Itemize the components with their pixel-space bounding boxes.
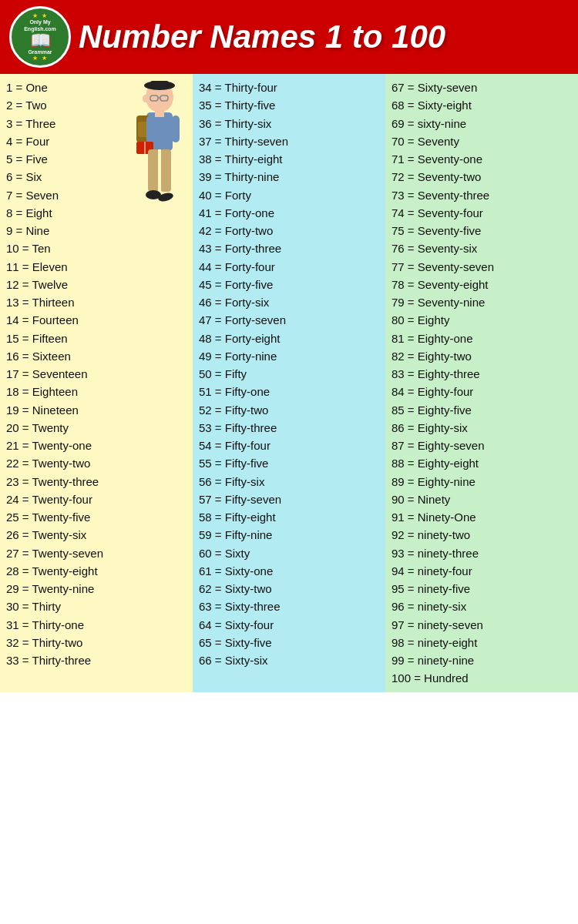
list-item: 93 = ninety-three <box>391 544 572 562</box>
list-item: 19 = Nineteen <box>6 401 187 419</box>
list-item: 37 = Thirty-seven <box>199 132 379 150</box>
svg-rect-10 <box>172 116 180 142</box>
list-item: 35 = Thirty-five <box>199 96 379 114</box>
column-1: 1 = One2 = Two3 = Three4 = Four5 = Five6… <box>0 74 193 692</box>
list-item: 53 = Fifty-three <box>199 419 379 437</box>
list-item: 68 = Sixty-eight <box>391 96 572 114</box>
list-item: 51 = Fifty-one <box>199 383 379 400</box>
list-item: 72 = Seventy-two <box>391 168 572 186</box>
list-item: 42 = Forty-two <box>199 222 379 239</box>
list-item: 80 = Eighty <box>391 311 572 329</box>
list-item: 83 = Eighty-three <box>391 365 572 383</box>
list-item: 76 = Seventy-six <box>391 239 572 257</box>
list-item: 45 = Forty-five <box>199 276 379 293</box>
list-item: 52 = Fifty-two <box>199 401 379 419</box>
list-item: 63 = Sixty-three <box>199 598 379 615</box>
list-item: 54 = Fifty-four <box>199 437 379 454</box>
column-3: 67 = Sixty-seven68 = Sixty-eight69 = six… <box>385 74 578 692</box>
list-item: 24 = Twenty-four <box>6 490 187 508</box>
list-item: 98 = ninety-eight <box>391 634 572 651</box>
list-item: 26 = Twenty-six <box>6 526 187 544</box>
list-item: 65 = Sixty-five <box>199 634 379 651</box>
list-item: 38 = Thirty-eight <box>199 150 379 168</box>
list-item: 46 = Forty-six <box>199 293 379 311</box>
list-item: 71 = Seventy-one <box>391 150 572 168</box>
list-item: 27 = Twenty-seven <box>6 544 187 562</box>
list-item: 14 = Fourteen <box>6 311 187 329</box>
list-item: 74 = Seventy-four <box>391 204 572 222</box>
list-item: 92 = ninety-two <box>391 526 572 544</box>
content-area: 1 = One2 = Two3 = Three4 = Four5 = Five6… <box>0 74 578 692</box>
list-item: 60 = Sixty <box>199 544 379 562</box>
list-item: 13 = Thirteen <box>6 293 187 311</box>
character-illustration <box>104 75 193 245</box>
list-item: 94 = ninety-four <box>391 562 572 580</box>
svg-rect-2 <box>150 81 169 87</box>
list-item: 79 = Seventy-nine <box>391 293 572 311</box>
list-item: 99 = ninety-nine <box>391 651 572 669</box>
list-item: 49 = Forty-nine <box>199 347 379 365</box>
list-item: 31 = Thirty-one <box>6 616 187 634</box>
list-item: 50 = Fifty <box>199 365 379 383</box>
list-item: 73 = Seventy-three <box>391 186 572 204</box>
list-item: 77 = Seventy-seven <box>391 258 572 276</box>
column-2: 34 = Thirty-four35 = Thirty-five36 = Thi… <box>193 74 385 692</box>
list-item: 34 = Thirty-four <box>199 79 379 96</box>
logo-stars: ★ ★ <box>32 12 47 19</box>
svg-rect-14 <box>148 149 159 192</box>
list-item: 81 = Eighty-one <box>391 330 572 347</box>
list-item: 17 = Seventeen <box>6 365 187 383</box>
list-item: 23 = Twenty-three <box>6 473 187 490</box>
list-item: 82 = Eighty-two <box>391 347 572 365</box>
list-item: 44 = Forty-four <box>199 258 379 276</box>
logo-book-icon: 📖 <box>30 32 51 49</box>
list-item: 86 = Eighty-six <box>391 419 572 437</box>
svg-rect-11 <box>146 116 154 145</box>
list-item: 36 = Thirty-six <box>199 115 379 132</box>
svg-rect-19 <box>155 111 164 117</box>
list-item: 58 = Fifty-eight <box>199 508 379 526</box>
list-item: 85 = Eighty-five <box>391 401 572 419</box>
svg-point-6 <box>143 95 149 102</box>
list-item: 21 = Twenty-one <box>6 437 187 454</box>
list-item: 30 = Thirty <box>6 598 187 615</box>
list-item: 69 = sixty-nine <box>391 115 572 132</box>
list-item: 67 = Sixty-seven <box>391 79 572 96</box>
list-item: 41 = Forty-one <box>199 204 379 222</box>
list-item: 25 = Twenty-five <box>6 508 187 526</box>
svg-rect-16 <box>158 149 161 192</box>
list-item: 22 = Twenty-two <box>6 454 187 472</box>
page-title: Number Names 1 to 100 <box>79 19 445 55</box>
list-item: 89 = Eighty-nine <box>391 473 572 490</box>
list-item: 91 = Ninety-One <box>391 508 572 526</box>
list-item: 20 = Twenty <box>6 419 187 437</box>
list-item: 16 = Sixteen <box>6 347 187 365</box>
list-item: 59 = Fifty-nine <box>199 526 379 544</box>
list-item: 43 = Forty-three <box>199 239 379 257</box>
list-item: 66 = Sixty-six <box>199 651 379 669</box>
list-item: 12 = Twelve <box>6 276 187 293</box>
list-item: 47 = Forty-seven <box>199 311 379 329</box>
list-item: 33 = Thirty-three <box>6 651 187 669</box>
svg-rect-15 <box>160 149 171 192</box>
list-item: 28 = Twenty-eight <box>6 562 187 580</box>
column-3-list: 67 = Sixty-seven68 = Sixty-eight69 = six… <box>391 79 572 688</box>
list-item: 64 = Sixty-four <box>199 616 379 634</box>
list-item: 32 = Thirty-two <box>6 634 187 651</box>
list-item: 96 = ninety-six <box>391 598 572 615</box>
list-item: 61 = Sixty-one <box>199 562 379 580</box>
list-item: 70 = Seventy <box>391 132 572 150</box>
list-item: 40 = Forty <box>199 186 379 204</box>
list-item: 55 = Fifty-five <box>199 454 379 472</box>
list-item: 100 = Hundred <box>391 669 572 687</box>
header: ★ ★ Only MyEnglish.com 📖 Grammar ★ ★ Num… <box>0 0 578 74</box>
column-2-list: 34 = Thirty-four35 = Thirty-five36 = Thi… <box>199 79 379 669</box>
list-item: 29 = Twenty-nine <box>6 580 187 598</box>
list-item: 78 = Seventy-eight <box>391 276 572 293</box>
list-item: 97 = ninety-seven <box>391 616 572 634</box>
list-item: 18 = Eighteen <box>6 383 187 400</box>
list-item: 84 = Eighty-four <box>391 383 572 400</box>
list-item: 95 = ninety-five <box>391 580 572 598</box>
list-item: 90 = Ninety <box>391 490 572 508</box>
logo-stars-bottom: ★ ★ <box>32 55 47 62</box>
